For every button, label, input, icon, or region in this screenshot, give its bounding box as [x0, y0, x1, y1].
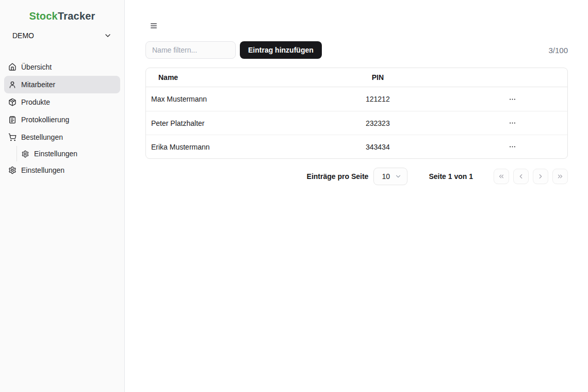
sidebar-item-label: Bestellungen — [21, 133, 63, 141]
column-header-name: Name — [146, 73, 298, 81]
cell-name: Max Mustermann — [146, 95, 298, 103]
row-actions-button[interactable] — [505, 140, 520, 154]
row-actions-button[interactable] — [505, 116, 520, 130]
logo-primary: Stock — [29, 10, 57, 22]
sidebar-item-protokollierung[interactable]: Protokollierung — [4, 111, 120, 128]
previous-page-button[interactable] — [513, 169, 529, 184]
row-actions-button[interactable] — [505, 92, 520, 106]
add-entry-button[interactable]: Eintrag hinzufügen — [240, 41, 322, 59]
toolbar: Eintrag hinzufügen 3/100 — [145, 41, 568, 59]
chevron-down-icon — [395, 173, 402, 180]
last-page-button[interactable] — [552, 169, 568, 184]
gear-icon — [8, 166, 17, 174]
entry-counter: 3/100 — [548, 46, 568, 55]
cell-name: Peter Platzhalter — [146, 119, 298, 127]
table-row: Erika Mustermann 343434 — [146, 135, 567, 158]
sidebar-item-einstellungen[interactable]: Einstellungen — [4, 161, 120, 179]
ellipsis-icon — [509, 95, 516, 103]
package-icon — [8, 98, 17, 106]
sidebar-item-label: Einstellungen — [34, 150, 77, 158]
cell-pin: 232323 — [298, 119, 458, 127]
hamburger-menu-icon — [150, 22, 158, 30]
house-icon — [8, 63, 17, 71]
chevron-down-icon — [104, 31, 112, 40]
sidebar: StockTracker DEMO Übersicht Mitarbeiter … — [0, 0, 125, 392]
sidebar-item-label: Übersicht — [21, 63, 52, 71]
next-page-button[interactable] — [533, 169, 548, 184]
per-page-value: 10 — [382, 172, 390, 181]
sidebar-nav: Übersicht Mitarbeiter Produkte Protokoll… — [0, 58, 124, 179]
chevrons-left-icon — [498, 173, 505, 180]
cell-pin: 121212 — [298, 95, 458, 103]
pagination-bar: Einträge pro Seite 10 Seite 1 von 1 — [145, 168, 568, 185]
filter-input[interactable] — [145, 41, 236, 59]
workspace-label: DEMO — [12, 31, 34, 40]
sidebar-item-bestellungen-einstellungen[interactable]: Einstellungen — [17, 146, 120, 161]
table-row: Max Mustermann 121212 — [146, 87, 567, 111]
employee-table: Name PIN Max Mustermann 121212 Peter Pla… — [145, 68, 568, 159]
chevron-left-icon — [517, 173, 525, 180]
sidebar-item-mitarbeiter[interactable]: Mitarbeiter — [4, 76, 120, 93]
notepad-icon — [8, 116, 17, 124]
chevrons-right-icon — [557, 173, 564, 180]
first-page-button[interactable] — [494, 169, 509, 184]
main-content: Eintrag hinzufügen 3/100 Name PIN Max Mu… — [125, 0, 588, 392]
logo-secondary: Tracker — [58, 10, 95, 22]
user-icon — [8, 80, 17, 89]
column-header-pin: PIN — [298, 73, 458, 81]
sidebar-item-label: Mitarbeiter — [21, 80, 55, 89]
sidebar-item-label: Einstellungen — [21, 166, 64, 174]
pager-buttons — [494, 169, 568, 184]
sidebar-item-produkte[interactable]: Produkte — [4, 93, 120, 111]
sidebar-item-label: Produkte — [21, 98, 50, 106]
table-row: Peter Platzhalter 232323 — [146, 111, 567, 135]
sidebar-item-label: Protokollierung — [21, 116, 69, 124]
app-layout: StockTracker DEMO Übersicht Mitarbeiter … — [0, 0, 588, 392]
app-logo: StockTracker — [0, 10, 124, 22]
ellipsis-icon — [509, 119, 516, 127]
per-page-label: Einträge pro Seite — [307, 172, 369, 181]
sidebar-item-uebersicht[interactable]: Übersicht — [4, 58, 120, 76]
sidebar-item-bestellungen[interactable]: Bestellungen — [4, 128, 120, 146]
cell-pin: 343434 — [298, 143, 458, 151]
per-page-select[interactable]: 10 — [373, 168, 407, 185]
cell-name: Erika Mustermann — [146, 143, 298, 151]
page-info: Seite 1 von 1 — [429, 172, 473, 181]
sidebar-subnav-bestellungen: Einstellungen — [17, 146, 124, 161]
table-header-row: Name PIN — [146, 68, 567, 87]
ellipsis-icon — [509, 143, 516, 151]
gear-icon — [21, 150, 29, 158]
sidebar-toggle-button[interactable] — [146, 19, 161, 33]
workspace-selector[interactable]: DEMO — [0, 28, 124, 43]
cart-icon — [8, 133, 17, 141]
chevron-right-icon — [537, 173, 544, 180]
